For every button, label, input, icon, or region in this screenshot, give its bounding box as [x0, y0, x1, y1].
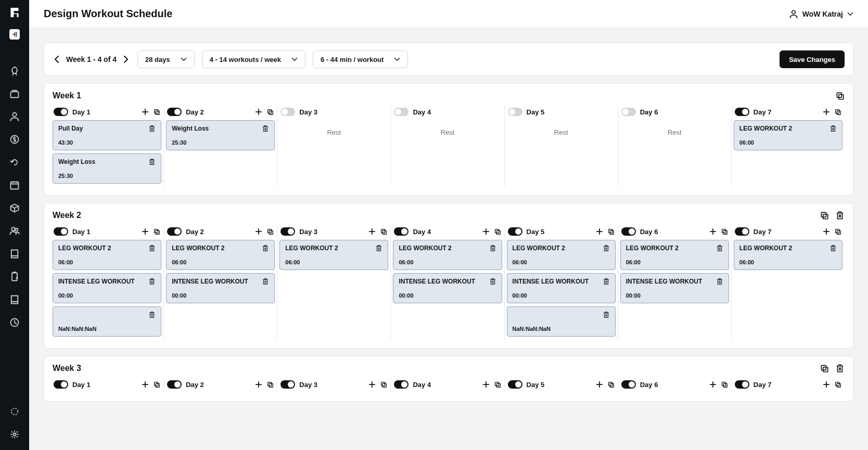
add-workout-button[interactable] [596, 381, 603, 388]
copy-day-button[interactable] [834, 228, 841, 235]
clipboard-icon[interactable] [9, 272, 20, 282]
delete-workout-button[interactable] [829, 245, 837, 252]
workout-card[interactable]: LEG WORKOUT 2 06:00 [507, 240, 616, 270]
workout-card[interactable]: Pull Day 43:30 [53, 120, 161, 150]
users-icon[interactable] [9, 226, 20, 236]
copy-day-button[interactable] [380, 381, 387, 388]
day-toggle[interactable] [54, 227, 68, 236]
user-menu[interactable]: WoW Katraj [789, 9, 853, 19]
day-toggle[interactable] [280, 108, 295, 116]
day-toggle[interactable] [280, 227, 295, 236]
workout-card[interactable]: INTENSE LEG WORKOUT 00:00 [166, 273, 275, 303]
delete-workout-button[interactable] [148, 158, 156, 165]
day-toggle[interactable] [621, 380, 636, 389]
copy-day-button[interactable] [153, 108, 160, 115]
day-toggle[interactable] [167, 227, 182, 236]
duration-dropdown[interactable]: 28 days [137, 50, 195, 68]
day-toggle[interactable] [394, 227, 409, 236]
workout-card[interactable]: INTENSE LEG WORKOUT 00:00 [620, 273, 729, 303]
day-toggle[interactable] [54, 108, 68, 116]
delete-workout-button[interactable] [148, 278, 156, 285]
delete-week-button[interactable] [835, 211, 845, 220]
copy-week-button[interactable] [820, 211, 829, 220]
copy-day-button[interactable] [494, 228, 501, 235]
day-toggle[interactable] [735, 380, 749, 389]
delete-workout-button[interactable] [262, 245, 269, 252]
add-workout-button[interactable] [368, 381, 376, 388]
help-icon[interactable] [9, 406, 20, 417]
copy-day-button[interactable] [380, 228, 387, 235]
delete-workout-button[interactable] [603, 278, 610, 285]
day-toggle[interactable] [508, 108, 522, 116]
user-icon[interactable] [9, 111, 20, 122]
dollar-icon[interactable] [9, 134, 20, 145]
add-workout-button[interactable] [142, 108, 149, 115]
copy-day-button[interactable] [266, 381, 274, 388]
day-toggle[interactable] [394, 380, 409, 389]
delete-workout-button[interactable] [716, 278, 723, 285]
minutes-dropdown[interactable]: 6 - 44 min / workout [313, 50, 408, 68]
add-workout-button[interactable] [823, 228, 830, 235]
delete-workout-button[interactable] [148, 245, 156, 252]
collapse-button[interactable] [9, 29, 20, 40]
delete-workout-button[interactable] [375, 245, 382, 252]
day-toggle[interactable] [621, 108, 636, 116]
day-toggle[interactable] [735, 227, 749, 236]
delete-workout-button[interactable] [262, 125, 269, 132]
workout-card[interactable]: LEG WORKOUT 2 06:00 [279, 240, 388, 270]
day-toggle[interactable] [167, 380, 182, 389]
prev-week-button[interactable] [53, 55, 61, 63]
box-icon[interactable] [9, 203, 20, 213]
history-icon[interactable] [9, 317, 20, 328]
delete-workout-button[interactable] [262, 278, 269, 285]
add-workout-button[interactable] [255, 228, 262, 235]
workout-card[interactable]: LEG WORKOUT 2 06:00 [393, 240, 502, 270]
copy-week-button[interactable] [820, 364, 829, 373]
add-workout-button[interactable] [482, 381, 490, 388]
workout-card[interactable]: INTENSE LEG WORKOUT 00:00 [53, 273, 161, 303]
next-week-button[interactable] [122, 55, 130, 63]
add-workout-button[interactable] [368, 228, 376, 235]
delete-workout-button[interactable] [829, 125, 837, 132]
gear-icon[interactable] [9, 429, 20, 440]
day-toggle[interactable] [394, 108, 409, 116]
add-workout-button[interactable] [823, 381, 830, 388]
day-toggle[interactable] [167, 108, 182, 116]
delete-workout-button[interactable] [489, 245, 496, 252]
add-workout-button[interactable] [709, 381, 717, 388]
briefcase-icon[interactable] [9, 88, 20, 99]
copy-day-button[interactable] [266, 228, 274, 235]
calendar-icon[interactable] [9, 180, 20, 190]
day-toggle[interactable] [508, 380, 522, 389]
workout-card[interactable]: LEG WORKOUT 2 06:00 [734, 120, 843, 150]
add-workout-button[interactable] [255, 108, 262, 115]
save-button[interactable]: Save Changes [780, 50, 845, 68]
copy-day-button[interactable] [153, 228, 160, 235]
copy-day-button[interactable] [266, 108, 274, 115]
copy-day-button[interactable] [494, 381, 501, 388]
rocket-icon[interactable] [9, 66, 20, 76]
workout-card[interactable]: Weight Loss 25:30 [53, 153, 161, 184]
copy-day-button[interactable] [607, 381, 615, 388]
delete-workout-button[interactable] [148, 311, 156, 318]
add-workout-button[interactable] [709, 228, 717, 235]
copy-week-button[interactable] [835, 91, 845, 100]
workout-card[interactable]: LEG WORKOUT 2 06:00 [734, 240, 843, 270]
delete-week-button[interactable] [835, 364, 845, 373]
workout-card[interactable]: INTENSE LEG WORKOUT 00:00 [507, 273, 616, 303]
copy-day-button[interactable] [721, 381, 728, 388]
workout-card[interactable]: LEG WORKOUT 2 06:00 [166, 240, 275, 270]
delete-workout-button[interactable] [716, 245, 723, 252]
add-workout-button[interactable] [823, 108, 830, 115]
delete-workout-button[interactable] [603, 311, 610, 318]
workout-card[interactable]: LEG WORKOUT 2 06:00 [53, 240, 161, 270]
workout-card[interactable]: LEG WORKOUT 2 06:00 [620, 240, 729, 270]
day-toggle[interactable] [280, 380, 295, 389]
day-toggle[interactable] [508, 227, 522, 236]
day-toggle[interactable] [621, 227, 636, 236]
workout-card[interactable]: Weight Loss 25:30 [166, 120, 275, 150]
add-workout-button[interactable] [255, 381, 262, 388]
workout-card[interactable]: INTENSE LEG WORKOUT 00:00 [393, 273, 502, 303]
delete-workout-button[interactable] [148, 125, 156, 132]
copy-day-button[interactable] [834, 108, 841, 115]
